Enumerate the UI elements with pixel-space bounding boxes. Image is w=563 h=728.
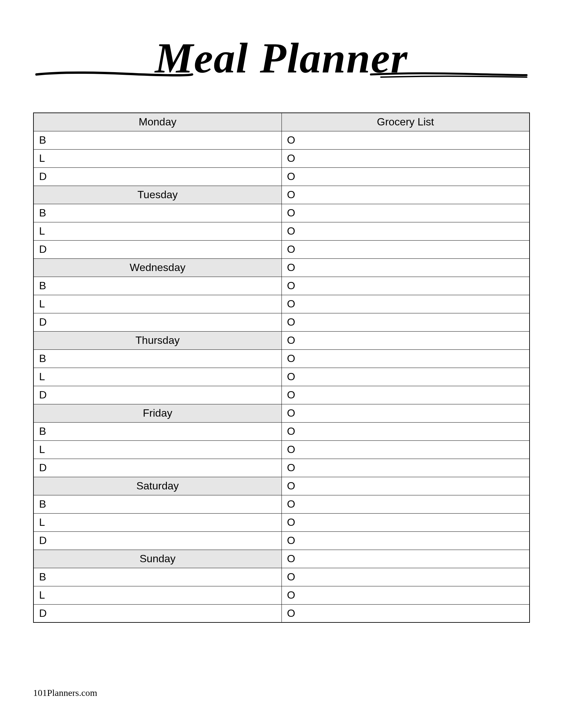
grocery-item: O [282,568,530,586]
grocery-item: O [282,313,530,331]
grocery-item: O [282,277,530,295]
grocery-item: O [282,513,530,531]
meal-thursday-d: D [33,386,282,404]
grocery-item: O [282,495,530,513]
grocery-item: O [282,186,530,204]
meal-wednesday-l: L [33,295,282,313]
meal-sunday-l: L [33,586,282,604]
meal-planner-table: MondayGrocery ListBOLODOTuesdayOBOLODOWe… [33,113,530,623]
grocery-item: O [282,149,530,167]
meal-monday-d: D [33,167,282,186]
meal-wednesday-b: B [33,277,282,295]
grocery-item: O [282,222,530,240]
grocery-item: O [282,531,530,550]
grocery-item: O [282,368,530,386]
day-header-saturday: Saturday [33,477,282,495]
page-title: Meal Planner [155,33,408,83]
grocery-item: O [282,204,530,222]
grocery-item: O [282,586,530,604]
grocery-item: O [282,477,530,495]
meal-saturday-d: D [33,531,282,550]
meal-tuesday-b: B [33,204,282,222]
day-header-tuesday: Tuesday [33,186,282,204]
grocery-item: O [282,240,530,258]
meal-tuesday-l: L [33,222,282,240]
grocery-list-header: Grocery List [282,113,530,131]
grocery-item: O [282,258,530,277]
meal-saturday-b: B [33,495,282,513]
day-header-thursday: Thursday [33,331,282,349]
meal-monday-l: L [33,149,282,167]
meal-sunday-d: D [33,604,282,622]
meal-tuesday-d: D [33,240,282,258]
meal-friday-d: D [33,459,282,477]
day-header-wednesday: Wednesday [33,258,282,277]
meal-friday-b: B [33,422,282,440]
grocery-item: O [282,604,530,622]
meal-thursday-l: L [33,368,282,386]
grocery-item: O [282,550,530,568]
meal-thursday-b: B [33,349,282,368]
page-header: Meal Planner [33,33,530,93]
grocery-item: O [282,349,530,368]
meal-wednesday-d: D [33,313,282,331]
meal-monday-b: B [33,131,282,149]
grocery-item: O [282,167,530,186]
grocery-item: O [282,440,530,459]
grocery-item: O [282,422,530,440]
day-header-monday: Monday [33,113,282,131]
grocery-item: O [282,386,530,404]
meal-saturday-l: L [33,513,282,531]
grocery-item: O [282,331,530,349]
grocery-item: O [282,459,530,477]
meal-sunday-b: B [33,568,282,586]
meal-friday-l: L [33,440,282,459]
grocery-item: O [282,131,530,149]
grocery-item: O [282,295,530,313]
day-header-sunday: Sunday [33,550,282,568]
footer-credit: 101Planners.com [33,688,97,698]
grocery-item: O [282,404,530,422]
day-header-friday: Friday [33,404,282,422]
